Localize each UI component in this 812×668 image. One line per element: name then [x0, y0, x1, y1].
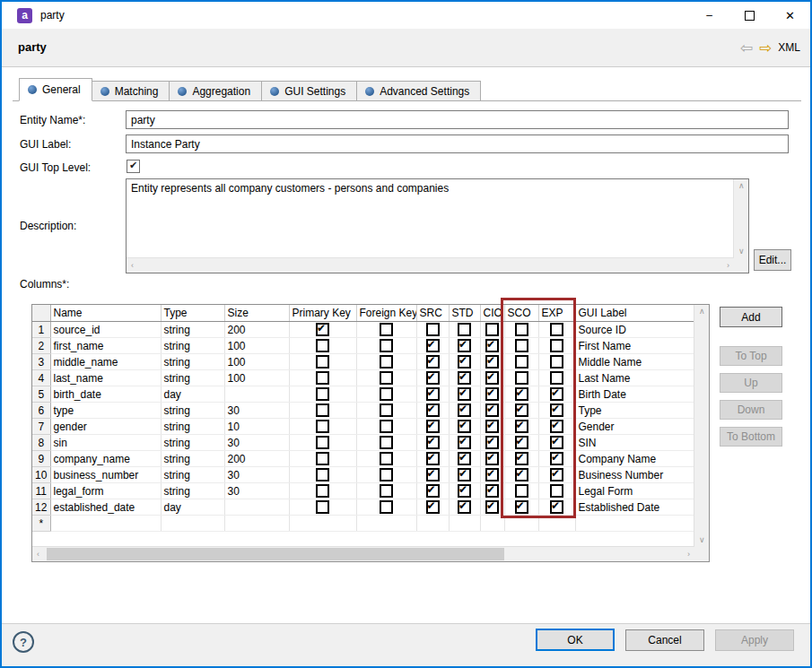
checkbox-primary-key[interactable] — [289, 435, 356, 451]
checkbox-foreign-key[interactable] — [356, 354, 416, 370]
cell-size[interactable]: 200 — [224, 451, 289, 467]
cell-gui-label[interactable]: First Name — [575, 338, 694, 354]
empty-cell[interactable] — [224, 516, 289, 532]
cell-size[interactable]: 100 — [224, 338, 289, 354]
cell-type[interactable]: string — [161, 322, 224, 338]
checkbox-std[interactable] — [449, 338, 480, 354]
checkbox-sco[interactable] — [504, 322, 538, 338]
table-horizontal-scrollbar[interactable]: ‹ › — [32, 546, 694, 561]
checkbox-exp[interactable] — [538, 483, 575, 499]
empty-cell[interactable] — [50, 516, 161, 532]
cell-gui-label[interactable]: Last Name — [575, 370, 694, 386]
cell-size[interactable]: 30 — [224, 403, 289, 419]
cell-name[interactable]: middle_name — [50, 354, 161, 370]
cell-gui-label[interactable]: Business Number — [575, 467, 694, 483]
checkbox-exp[interactable] — [538, 435, 575, 451]
cell-name[interactable]: business_number — [50, 467, 161, 483]
cell-size[interactable]: 100 — [224, 354, 289, 370]
checkbox-sco[interactable] — [504, 354, 538, 370]
checkbox-primary-key[interactable] — [289, 499, 356, 516]
cell-type[interactable]: string — [161, 451, 224, 467]
checkbox-primary-key[interactable] — [289, 451, 356, 467]
cell-name[interactable]: established_date — [50, 499, 161, 516]
cell-size[interactable] — [224, 499, 289, 516]
down-button[interactable]: Down — [720, 400, 782, 420]
checkbox-sco[interactable] — [504, 370, 538, 386]
checkbox-foreign-key[interactable] — [356, 370, 416, 386]
checkbox-std[interactable] — [449, 354, 480, 370]
scrollbar-thumb[interactable] — [47, 548, 504, 560]
checkbox-src[interactable] — [416, 483, 449, 499]
header-src[interactable]: SRC — [416, 305, 449, 322]
checkbox-primary-key[interactable] — [289, 419, 356, 435]
header-foreign-key[interactable]: Foreign Key — [356, 305, 416, 322]
empty-cell[interactable] — [416, 516, 449, 532]
empty-cell[interactable] — [575, 516, 694, 532]
checkbox-exp[interactable] — [538, 386, 575, 403]
back-arrow-icon[interactable]: ⇦ — [740, 40, 753, 56]
checkbox-sco[interactable] — [504, 435, 538, 451]
empty-cell[interactable] — [538, 516, 575, 532]
checkbox-cio[interactable] — [480, 435, 504, 451]
checkbox-std[interactable] — [449, 403, 480, 419]
checkbox-exp[interactable] — [538, 354, 575, 370]
table-vertical-scrollbar[interactable]: ∧ ∨ — [694, 305, 709, 547]
scroll-up-icon[interactable]: ∧ — [738, 182, 745, 190]
checkbox-std[interactable] — [449, 435, 480, 451]
cell-type[interactable]: string — [161, 403, 224, 419]
cell-gui-label[interactable]: Established Date — [575, 499, 694, 516]
help-button[interactable]: ? — [13, 631, 34, 653]
checkbox-std[interactable] — [449, 322, 480, 338]
gui-label-field[interactable]: Instance Party — [126, 134, 789, 153]
checkbox-std[interactable] — [449, 419, 480, 435]
checkbox-cio[interactable] — [480, 499, 504, 516]
cell-type[interactable]: day — [161, 386, 224, 403]
ok-button[interactable]: OK — [536, 629, 615, 651]
checkbox-cio[interactable] — [480, 419, 504, 435]
tab-advanced-settings[interactable]: Advanced Settings — [356, 81, 481, 101]
scroll-down-icon[interactable]: ∨ — [699, 536, 705, 544]
header-sco[interactable]: SCO — [504, 305, 538, 322]
scroll-right-icon[interactable]: › — [687, 551, 690, 559]
checkbox-exp[interactable] — [538, 467, 575, 483]
cell-name[interactable]: type — [50, 403, 161, 419]
cell-size[interactable]: 30 — [224, 467, 289, 483]
checkbox-src[interactable] — [416, 322, 449, 338]
checkbox-exp[interactable] — [538, 451, 575, 467]
checkbox-foreign-key[interactable] — [356, 499, 416, 516]
checkbox-src[interactable] — [416, 435, 449, 451]
up-button[interactable]: Up — [720, 373, 782, 393]
empty-cell[interactable] — [449, 516, 480, 532]
checkbox-cio[interactable] — [480, 338, 504, 354]
cell-name[interactable]: gender — [50, 419, 161, 435]
checkbox-src[interactable] — [416, 386, 449, 403]
checkbox-cio[interactable] — [480, 403, 504, 419]
cell-gui-label[interactable]: Type — [575, 403, 694, 419]
empty-cell[interactable] — [480, 516, 504, 532]
cell-name[interactable]: company_name — [50, 451, 161, 467]
header-exp[interactable]: EXP — [538, 305, 575, 322]
cell-size[interactable]: 100 — [224, 370, 289, 386]
checkbox-sco[interactable] — [504, 403, 538, 419]
cell-gui-label[interactable]: Legal Form — [575, 483, 694, 499]
tab-gui-settings[interactable]: GUI Settings — [261, 81, 357, 101]
checkbox-std[interactable] — [449, 499, 480, 516]
scroll-up-icon[interactable]: ∧ — [699, 308, 705, 316]
to-bottom-button[interactable]: To Bottom — [720, 427, 782, 447]
maximize-button[interactable] — [729, 2, 770, 29]
close-button[interactable]: ✕ — [770, 2, 810, 29]
cell-name[interactable]: birth_date — [50, 386, 161, 403]
checkbox-cio[interactable] — [480, 467, 504, 483]
checkbox-sco[interactable] — [504, 338, 538, 354]
to-top-button[interactable]: To Top — [720, 346, 782, 366]
checkbox-sco[interactable] — [504, 499, 538, 516]
checkbox-primary-key[interactable] — [289, 338, 356, 354]
checkbox-sco[interactable] — [504, 467, 538, 483]
tab-matching[interactable]: Matching — [92, 81, 170, 101]
checkbox-cio[interactable] — [480, 354, 504, 370]
checkbox-std[interactable] — [449, 467, 480, 483]
cell-type[interactable]: string — [161, 483, 224, 499]
tab-aggregation[interactable]: Aggregation — [169, 81, 262, 101]
header-std[interactable]: STD — [449, 305, 480, 322]
header-type[interactable]: Type — [161, 305, 224, 322]
